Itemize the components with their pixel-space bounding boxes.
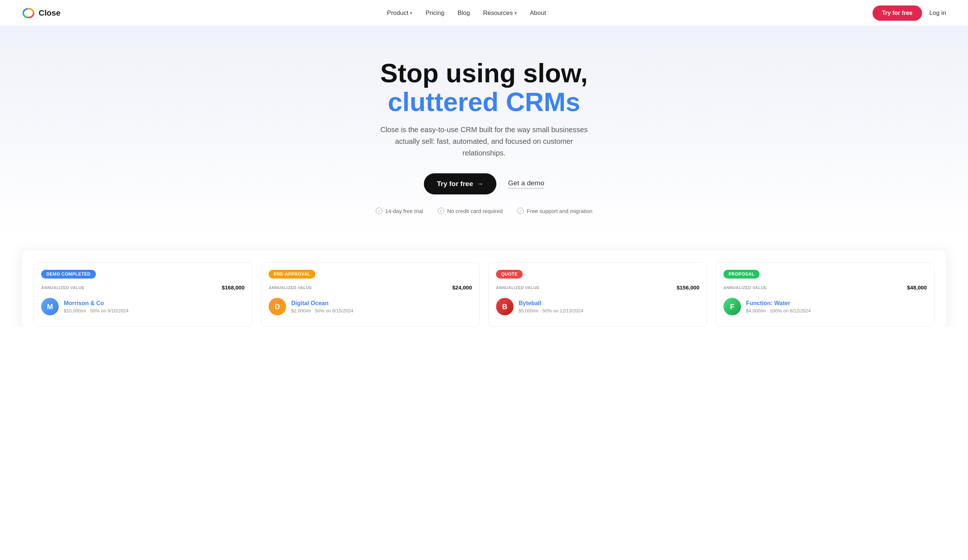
login-button[interactable]: Log in [929,10,946,17]
company-info-1: Morrison & Co $10,000/m 50% on 9/10/2024 [64,300,129,314]
company-details-3: $5,000/m 50% on 12/13/2024 [519,308,583,314]
chevron-down-icon: ▾ [410,11,412,16]
get-demo-button[interactable]: Get a demo [508,179,544,188]
stage-badge-pre-approval: PRE-APPROVAL [269,270,315,279]
trust-item-support: ✓ Free support and migration [517,208,592,214]
hero-section: Stop using slow, cluttered CRMs Close is… [0,26,968,236]
annualized-row-1: ANNUALIZED VALUE $168,000 [41,284,245,291]
card-contact-4: F Function: Water $4,000/m 100% on 6/12/… [723,298,927,316]
logo[interactable]: Close [22,7,61,20]
nav-actions: Try for free Log in [872,5,946,21]
trust-item-credit: ✓ No credit card required [438,208,503,214]
company-details-1: $10,000/m 50% on 9/10/2024 [64,308,129,314]
hero-headline: Stop using slow, cluttered CRMs [338,59,630,117]
company-info-3: Byteball $5,000/m 50% on 12/13/2024 [519,300,583,314]
nav-item-resources[interactable]: Resources ▾ [483,10,516,17]
annualized-row-4: ANNUALIZED VALUE $48,000 [723,284,927,291]
demo-card-2: PRE-APPROVAL ANNUALIZED VALUE $24,000 D … [261,262,480,327]
nav-link-about[interactable]: About [530,10,546,17]
company-name-3[interactable]: Byteball [519,300,583,307]
demo-cards-grid: DEMO COMPLETED ANNUALIZED VALUE $168,000… [33,262,935,327]
card-contact-3: B Byteball $5,000/m 50% on 12/13/2024 [496,298,699,316]
avatar-4: F [723,298,741,316]
company-info-2: Digital Ocean $2,000/m 50% on 8/15/2024 [291,300,353,314]
check-icon: ✓ [517,208,524,214]
check-icon: ✓ [438,208,444,214]
arrow-right-icon: → [477,180,483,188]
nav-item-blog[interactable]: Blog [457,10,470,17]
chevron-down-icon: ▾ [515,11,517,16]
nav-link-resources[interactable]: Resources ▾ [483,10,516,17]
company-name-1[interactable]: Morrison & Co [64,300,129,307]
hero-headline-line2: cluttered CRMs [388,88,580,117]
hero-cta-group: Try for free → Get a demo [15,173,953,195]
trust-item-trial: ✓ 14-day free trial [376,208,423,214]
demo-cards-wrapper: DEMO COMPLETED ANNUALIZED VALUE $168,000… [22,251,946,327]
demo-card-4: PROPOSAL ANNUALIZED VALUE $48,000 F Func… [716,262,935,327]
nav-item-product[interactable]: Product ▾ [387,10,413,17]
company-name-2[interactable]: Digital Ocean [291,300,353,307]
avatar-1: M [41,298,59,316]
card-contact-1: M Morrison & Co $10,000/m 50% on 9/10/20… [41,298,245,316]
annualized-row-3: ANNUALIZED VALUE $156,000 [496,284,699,291]
demo-card-1: DEMO COMPLETED ANNUALIZED VALUE $168,000… [33,262,252,327]
logo-text: Close [39,8,61,18]
avatar-2: D [269,298,286,316]
stage-badge-quote: QUOTE [496,270,523,279]
company-name-4[interactable]: Function: Water [746,300,811,307]
card-contact-2: D Digital Ocean $2,000/m 50% on 8/15/202… [269,298,472,316]
try-for-free-nav-button[interactable]: Try for free [872,5,922,21]
nav-item-pricing[interactable]: Pricing [425,10,444,17]
nav-item-about[interactable]: About [530,10,546,17]
stage-badge-proposal: PROPOSAL [723,270,759,279]
nav-links: Product ▾ Pricing Blog Resources ▾ About [387,10,546,17]
try-for-free-hero-button[interactable]: Try for free → [424,173,496,195]
stage-badge-demo-completed: DEMO COMPLETED [41,270,96,279]
company-details-2: $2,000/m 50% on 8/15/2024 [291,308,353,314]
nav-link-blog[interactable]: Blog [457,10,470,17]
avatar-3: B [496,298,514,316]
hero-subtext: Close is the easy-to-use CRM built for t… [375,124,593,159]
demo-card-3: QUOTE ANNUALIZED VALUE $156,000 B Byteba… [488,262,707,327]
annualized-row-2: ANNUALIZED VALUE $24,000 [269,284,472,291]
hero-headline-line1: Stop using slow, [380,59,587,88]
check-icon: ✓ [376,208,382,214]
demo-section: DEMO COMPLETED ANNUALIZED VALUE $168,000… [0,236,968,327]
trust-indicators: ✓ 14-day free trial ✓ No credit card req… [15,208,953,214]
nav-link-product[interactable]: Product ▾ [387,10,413,17]
company-info-4: Function: Water $4,000/m 100% on 6/12/20… [746,300,811,314]
main-nav: Close Product ▾ Pricing Blog Resources ▾ [0,0,968,26]
nav-link-pricing[interactable]: Pricing [425,10,444,17]
company-details-4: $4,000/m 100% on 6/12/2024 [746,308,811,314]
